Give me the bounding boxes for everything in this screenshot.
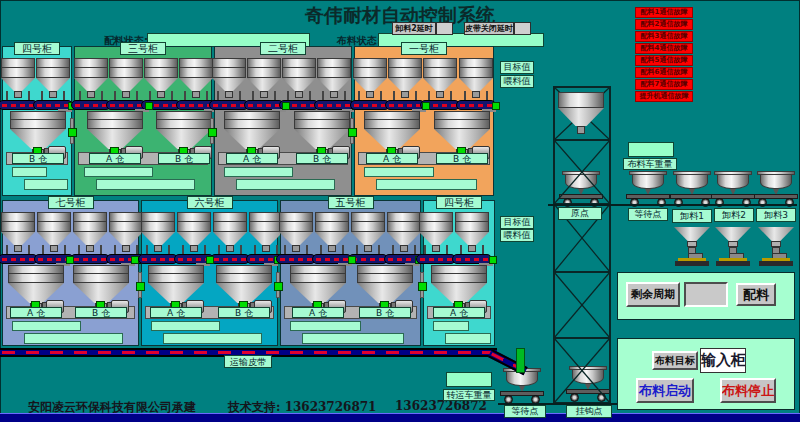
value-bar [445, 333, 491, 344]
feed-value-label-bottom: 喂料值 [500, 229, 534, 242]
valve-indicator [136, 282, 145, 291]
peiliao-button[interactable]: 配料 [736, 283, 776, 306]
silo-outlet [260, 91, 268, 98]
valve-indicator [489, 256, 497, 264]
silo-outlet [400, 245, 408, 252]
bin-label: A 仓 [292, 307, 344, 318]
upper-cart-rail [548, 204, 797, 206]
footer-phone1: 13623726871 [285, 400, 377, 414]
silo-body [1, 221, 35, 232]
valve-indicator [418, 282, 427, 291]
silo-body [74, 67, 108, 78]
buliao-start-button[interactable]: 布料启动 [636, 378, 694, 403]
transfer-cart-weight-label: 转运车重量 [443, 389, 495, 401]
bin-label: B 仓 [158, 153, 210, 164]
weigh-hopper-body [357, 273, 413, 283]
valve-indicator [422, 102, 430, 110]
bin-label: A 仓 [366, 153, 418, 164]
unload1-label: 卸料1 [672, 209, 712, 223]
silo-body [282, 67, 316, 78]
target-value-label-bottom: 目标值 [500, 216, 534, 229]
feed-value-label-top: 喂料值 [500, 75, 534, 88]
silo-outlet [436, 91, 444, 98]
value-bar [12, 321, 81, 331]
cabinet-tab: 四号柜 [436, 196, 482, 209]
buliao-target-input[interactable]: 输入柜 [700, 348, 746, 373]
origin-point-label: 原点 [558, 207, 602, 220]
vibrating-feeder [209, 100, 249, 110]
valve-indicator [492, 102, 500, 110]
wait-point-label-top: 等待点 [628, 208, 668, 221]
weigh-hopper-body [364, 119, 420, 129]
alarm-indicator-1: 配料1通信故障 [635, 7, 693, 18]
unload-funnel [715, 227, 751, 241]
bin-label: B 仓 [296, 153, 348, 164]
silo-body [388, 67, 422, 78]
transfer-cart-weight-box [446, 372, 492, 387]
silo-outlet [87, 91, 95, 98]
cart-bowl [676, 174, 708, 189]
valve-indicator [282, 102, 290, 110]
unload2-label: 卸料2 [714, 208, 754, 222]
silo-body [423, 67, 457, 78]
silo-outlet [192, 91, 200, 98]
buliao-stop-button[interactable]: 布料停止 [720, 378, 776, 403]
bin-label: A 仓 [150, 307, 202, 318]
silo-outlet [50, 245, 58, 252]
unload-base [716, 261, 750, 266]
alarm-indicator-4: 配料4通信故障 [635, 43, 693, 54]
weigh-hopper-body [431, 273, 487, 283]
silo-outlet [468, 245, 476, 252]
vibrating-feeder [416, 254, 456, 264]
value-bar [96, 179, 195, 190]
tower-hopper-tip [577, 126, 585, 134]
silo-body [37, 221, 71, 232]
silo-outlet [295, 91, 303, 98]
value-bar [433, 321, 469, 331]
valve-indicator [348, 256, 356, 264]
silo-body [177, 221, 211, 232]
value-bar [290, 321, 361, 331]
silo-outlet [122, 91, 130, 98]
footer-strip [0, 413, 800, 422]
valve-indicator [208, 128, 217, 137]
value-bar [84, 167, 153, 177]
hook-point-label: 挂钩点 [566, 405, 612, 418]
weigh-hopper-body [10, 119, 66, 129]
cabinet-tab: 五号柜 [328, 196, 374, 209]
silo-outlet [472, 91, 480, 98]
silo-body [73, 221, 107, 232]
cabinet-tab: 三号柜 [120, 42, 166, 55]
vibrating-feeder [71, 100, 111, 110]
silo-outlet [86, 245, 94, 252]
distribution-cart-weight-label: 布料车重量 [623, 158, 677, 170]
silo-body [353, 67, 387, 78]
weigh-hopper-body [8, 273, 64, 283]
value-bar [302, 333, 404, 344]
bin-label: B 仓 [218, 307, 270, 318]
discharge-chute [516, 348, 525, 373]
silo-outlet [225, 91, 233, 98]
silo-outlet [432, 245, 440, 252]
silo-outlet [401, 91, 409, 98]
remaining-cycle-label: 剩余周期 [626, 282, 680, 307]
silo-outlet [49, 91, 57, 98]
bin-label: B 仓 [12, 153, 64, 164]
alarm-indicator-2: 配料2通信故障 [635, 19, 693, 30]
value-bar [364, 167, 434, 177]
weigh-hopper-body [156, 119, 212, 129]
silo-body [247, 67, 281, 78]
cabinet-tab: 四号柜 [14, 42, 60, 55]
weigh-hopper-body [87, 119, 143, 129]
distribution-cart-weight-box [628, 142, 674, 157]
silo-outlet [330, 91, 338, 98]
alarm-indicator-8: 提升机通信故障 [635, 91, 693, 102]
silo-body [317, 67, 351, 78]
silo-body [109, 67, 143, 78]
silo-outlet [292, 245, 300, 252]
bin-label: A 仓 [226, 153, 278, 164]
silo-body [459, 67, 493, 78]
value-bar [376, 179, 477, 190]
silo-outlet [122, 245, 130, 252]
silo-outlet [366, 91, 374, 98]
